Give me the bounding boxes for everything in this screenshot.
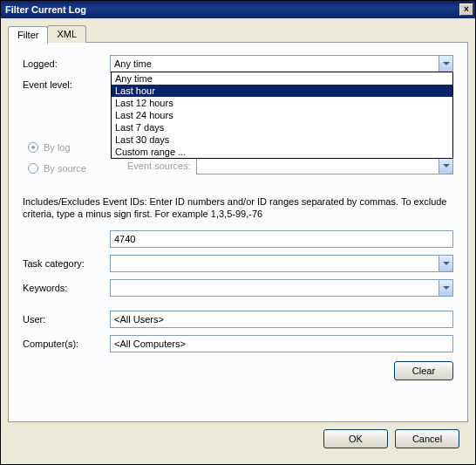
computers-label: Computer(s):: [23, 338, 110, 349]
logged-option-last-hour[interactable]: Last hour: [112, 85, 452, 97]
filter-dialog: Filter Current Log × Filter XML Logged: …: [0, 0, 476, 465]
event-sources-combo[interactable]: [196, 157, 453, 174]
client-area: Filter XML Logged: Any time Event level:…: [1, 18, 475, 464]
by-source-label: By source: [44, 163, 86, 174]
cancel-button[interactable]: Cancel: [395, 429, 459, 448]
chevron-down-icon[interactable]: [439, 158, 452, 174]
task-category-label: Task category:: [23, 258, 110, 269]
computers-input[interactable]: [110, 335, 453, 352]
by-log-label: By log: [44, 142, 71, 153]
clear-button[interactable]: Clear: [394, 361, 453, 380]
logged-option-custom-range[interactable]: Custom range ...: [112, 146, 452, 158]
by-log-radio[interactable]: [28, 142, 38, 153]
logged-label: Logged:: [23, 58, 110, 69]
user-input[interactable]: [110, 311, 453, 328]
chevron-down-icon[interactable]: [439, 280, 452, 296]
logged-row: Logged: Any time: [23, 55, 453, 72]
task-category-combo[interactable]: [110, 255, 453, 272]
tab-xml[interactable]: XML: [47, 25, 86, 43]
keywords-label: Keywords:: [23, 283, 110, 293]
ok-button[interactable]: OK: [323, 429, 388, 448]
event-level-label: Event level:: [23, 79, 110, 90]
logged-option-last-30-days[interactable]: Last 30 days: [112, 133, 452, 146]
logged-dropdown-list[interactable]: Any time Last hour Last 12 hours Last 24…: [111, 72, 453, 159]
logged-option-last-12-hours[interactable]: Last 12 hours: [112, 97, 452, 109]
tab-panel-filter: Logged: Any time Event level: Any time L…: [8, 42, 468, 422]
tab-filter[interactable]: Filter: [8, 26, 48, 44]
user-label: User:: [23, 314, 110, 325]
dialog-button-row: OK Cancel: [8, 422, 468, 457]
logged-option-last-24-hours[interactable]: Last 24 hours: [112, 109, 452, 121]
chevron-down-icon[interactable]: [439, 256, 452, 271]
event-id-input[interactable]: [110, 230, 453, 248]
titlebar: Filter Current Log ×: [1, 1, 475, 18]
close-button[interactable]: ×: [459, 3, 473, 16]
chevron-down-icon[interactable]: [439, 56, 452, 72]
by-source-radio[interactable]: [28, 163, 38, 174]
keywords-combo[interactable]: [110, 279, 453, 297]
logged-combo-value: Any time: [114, 58, 439, 69]
window-title: Filter Current Log: [5, 4, 86, 15]
logged-option-any-time[interactable]: Any time: [112, 72, 452, 85]
logged-combo[interactable]: Any time: [110, 55, 453, 72]
event-sources-label: Event sources:: [127, 161, 191, 171]
inner-button-row: Clear: [23, 361, 453, 380]
event-sources-row: Event sources:: [127, 157, 453, 174]
tab-row: Filter XML: [8, 25, 468, 43]
event-id-description: Includes/Excludes Event IDs: Enter ID nu…: [23, 195, 453, 220]
logged-option-last-7-days[interactable]: Last 7 days: [112, 121, 452, 133]
